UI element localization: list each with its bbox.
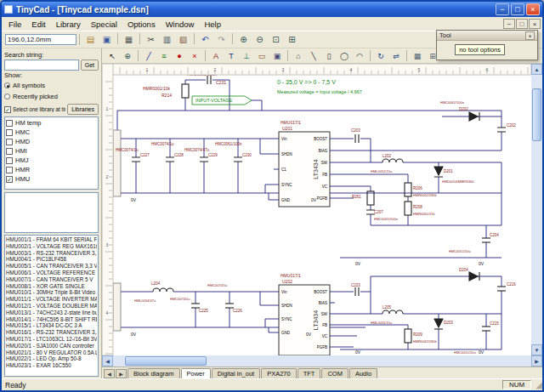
symbol-list-item[interactable]: HMU015/1 - LT3434 DC-DC 3 A [6, 322, 97, 329]
print-icon[interactable]: ▦ [122, 33, 136, 46]
text-tool-icon[interactable]: T [224, 50, 238, 62]
ic-U201[interactable]: VinSHDNC1SYNCGNDBOOSTBIASSWFBVCPGFBLT343… [274, 120, 335, 207]
library-item-hm-temp[interactable]: HM temp [6, 118, 97, 128]
library-item-hmd[interactable]: HMD [6, 137, 97, 146]
select-one-library-checkbox[interactable] [4, 106, 11, 113]
symbol-list-item[interactable]: HMU021/1 - 80 V REGULATOR 0.5A L [6, 349, 97, 356]
mdi-minimize-button[interactable]: − [503, 19, 515, 29]
sheet-tab-power[interactable]: Power [181, 368, 211, 378]
grid-toggle-icon[interactable]: ▦ [411, 50, 424, 62]
polygon-tool-icon[interactable]: ⌂ [292, 50, 305, 62]
ic-U202[interactable]: VinSHDNSYNCGNDBOOSTBIASSWFBVCPGFBLT3434H… [274, 273, 335, 355]
scroll-down-button[interactable]: ▼ [531, 344, 542, 355]
bus-tool-icon[interactable]: ≡ [157, 50, 171, 62]
arc-tool-icon[interactable]: ◠ [353, 50, 366, 62]
close-button[interactable]: × [526, 3, 540, 15]
sheet-tab-audio[interactable]: Audio [349, 368, 377, 378]
line-tool-icon[interactable]: ╲ [307, 50, 320, 62]
cut-icon[interactable]: ✂ [144, 33, 158, 46]
library-checkbox[interactable] [6, 157, 13, 164]
zoom-out-icon[interactable]: ⊖ [252, 33, 267, 46]
ellipse-tool-icon[interactable]: ◯ [337, 50, 351, 62]
scroll-up-button[interactable]: ▲ [531, 64, 542, 75]
library-item-hmi[interactable]: HMI [6, 146, 97, 156]
horizontal-scroll-thumb[interactable] [125, 356, 207, 366]
library-checkbox[interactable] [6, 139, 13, 145]
zoom-all-icon[interactable]: ⊞ [285, 33, 299, 46]
tool-popup-titlebar[interactable]: Tool × [437, 31, 537, 41]
menu-library[interactable]: Library [51, 18, 86, 31]
library-checkbox[interactable] [6, 176, 13, 183]
symbol-list-item[interactable]: HMU003/1 - RS-232 TRANCEIVER 3,3V [6, 250, 97, 257]
symbol-list-item[interactable]: HMU013/1 - 74CHC243 2-state line buffer [6, 310, 97, 316]
sheet-tab-pxa270[interactable]: PXA270 [261, 368, 297, 378]
symbol-list-item[interactable]: HMU010/1 - 30MHz Triple 8-Bit Video DAC [6, 289, 97, 296]
select-tool-icon[interactable]: ↖ [105, 50, 119, 62]
mdi-close-button[interactable]: × [529, 19, 541, 29]
undo-icon[interactable]: ↶ [198, 33, 212, 46]
redo-icon[interactable]: ↷ [214, 33, 229, 46]
symbol-list-item[interactable]: HMU017/1 - LTC1063CL 12-/16-Bit 3V [6, 336, 97, 343]
title-bar[interactable]: TinyCad - [Tinycad example.dsn] − □ × [2, 2, 542, 17]
symbol-list-item[interactable]: HMU008/1 - XOR GATE SINGLE [6, 283, 97, 290]
menu-edit[interactable]: Edit [26, 18, 50, 31]
symbol-list-item[interactable]: HMU004/1 - PIC18LF458 [6, 256, 97, 263]
save-icon[interactable]: ▣ [99, 33, 114, 46]
symbol-list-item[interactable]: HMU002/1 - VOLTAGE REG MAX1616 [6, 243, 97, 250]
tool-popup-close-icon[interactable]: × [525, 31, 535, 40]
sheet-tab-block-diagram[interactable]: Block diagram [128, 368, 180, 378]
symbol-list-item[interactable]: HMU020/1 - SJA1000 CAN controller [6, 343, 97, 349]
power-tool-icon[interactable]: ⊥ [240, 50, 253, 62]
sheet-tab-tft[interactable]: TFT [298, 368, 321, 378]
junction-tool-icon[interactable]: ● [173, 50, 186, 62]
no-connect-tool-icon[interactable]: × [188, 50, 201, 62]
symbol-list[interactable]: HMU001/1 - FRAM 64 KBIT SERIAL FM24C64HM… [4, 235, 99, 377]
vertical-scroll-thumb[interactable] [532, 88, 541, 141]
search-input[interactable] [4, 60, 79, 71]
hierarchical-symbol-tool-icon[interactable]: ▣ [270, 50, 284, 62]
zoom-window-icon[interactable]: ⊡ [269, 33, 283, 46]
label-tool-icon[interactable]: A [209, 50, 223, 62]
minimize-button[interactable]: − [496, 3, 509, 15]
library-item-hmj[interactable]: HMJ [6, 156, 97, 165]
symbol-list-item[interactable]: HMU012/1 - VOLTAGE DOUBLER MAX [6, 303, 97, 310]
symbol-list-item[interactable]: HMU011/1 - VOLTAGE INVERTER MAX [6, 296, 97, 303]
search-get-button[interactable]: Get [81, 60, 99, 71]
copy-icon[interactable]: ▥ [160, 33, 174, 46]
resize-grip[interactable]: ◢ [531, 380, 542, 390]
restore-button[interactable]: □ [511, 3, 524, 15]
radio-all-symbols[interactable]: All symbols [4, 82, 99, 89]
wire-tool-icon[interactable]: ╱ [142, 50, 156, 62]
symbol-tool-icon[interactable]: ▭ [255, 50, 269, 62]
symbol-list-item[interactable]: HMU007/1 - CAN TRANCEIVER 5 V [6, 276, 97, 283]
library-checkbox[interactable] [6, 120, 13, 127]
symbol-list-item[interactable]: HMU022/1 - LED Op. Amp 50-8 [6, 355, 97, 362]
library-item-hmu[interactable]: HMU [6, 174, 97, 184]
mdi-restore-button[interactable]: □ [516, 19, 528, 29]
paste-icon[interactable]: ▧ [176, 33, 190, 46]
open-file-icon[interactable]: ▤ [83, 33, 98, 46]
library-item-hmr[interactable]: HMR [6, 165, 97, 174]
rectangle-tool-icon[interactable]: ▯ [322, 50, 336, 62]
tab-scroll-left-button[interactable]: ◀ [104, 369, 115, 378]
symbol-list-item[interactable]: HMU014/1 - 74HC595 8-BIT SHIFT REG [6, 316, 97, 323]
sheet-tab-com[interactable]: COM [321, 368, 348, 378]
vertical-scrollbar[interactable]: ▲ ▼ [531, 64, 542, 355]
rotate-tool-icon[interactable]: ↻ [374, 50, 388, 62]
menu-file[interactable]: File [3, 18, 26, 31]
symbol-list-item[interactable]: HMU016/1 - RS-232 TRANCEIVER 3,3V [6, 329, 97, 336]
zoom-tool-icon[interactable]: ⊕ [121, 50, 134, 62]
menu-special[interactable]: Special [86, 18, 122, 31]
library-item-hmc[interactable]: HMC [6, 128, 97, 137]
symbol-list-item[interactable]: HMU006/1 - VOLTAGE REFERENCE 2,5V [6, 270, 97, 276]
tab-scroll-right-button[interactable]: ▶ [116, 369, 127, 378]
zoom-in-icon[interactable]: ⊕ [236, 33, 251, 46]
horizontal-scrollbar[interactable]: ◀ ▶ [102, 355, 542, 366]
menu-help[interactable]: Help [199, 18, 226, 31]
library-checkbox[interactable] [6, 129, 13, 136]
libraries-button[interactable]: Libraries [67, 104, 99, 115]
library-checkbox[interactable] [6, 167, 13, 173]
sheet-tab-digital-in_out[interactable]: Digital in_out [212, 368, 260, 378]
schematic-canvas[interactable]: VinSHDNC1SYNCGNDBOOSTBIASSWFBVCPGFBLT343… [102, 64, 531, 355]
symbol-list-item[interactable]: HMU023/1 - EXAR 16C550 [6, 362, 97, 369]
